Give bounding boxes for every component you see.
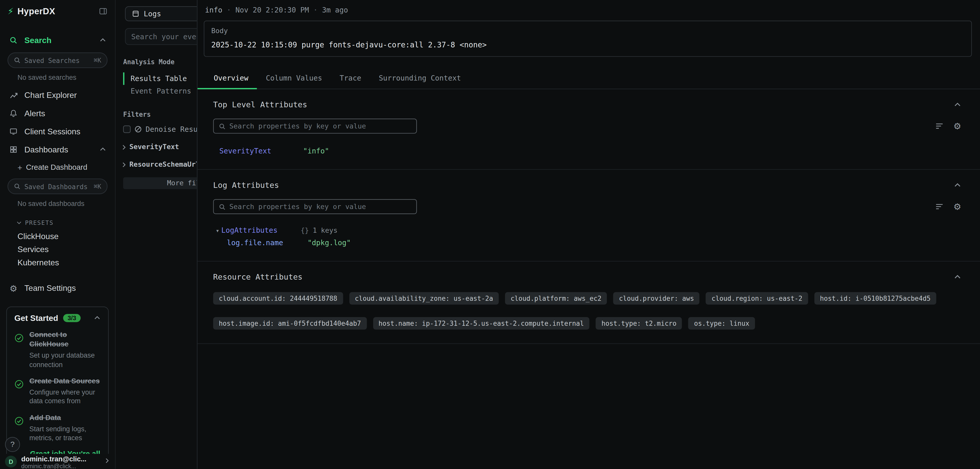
help-button[interactable]: ? [5,437,20,452]
sidebar-item-chart-explorer[interactable]: Chart Explorer [0,86,115,104]
event-search-box[interactable] [125,28,197,45]
attribute-row: SeverityText "info" [213,147,961,155]
section-title: Top Level Attributes [213,100,307,109]
search-icon [14,57,21,64]
wrap-lines-icon[interactable] [935,122,944,130]
sidebar-item-dashboards[interactable]: Dashboards [0,141,115,158]
braces-icon: {} [301,227,309,235]
step-title: Create Data Sources [29,377,100,386]
sidebar-item-label: Chart Explorer [24,90,77,100]
event-search-input[interactable] [131,32,197,41]
body-card: Body 2025-10-22 10:15:09 purge fonts-dej… [204,21,972,57]
tab-column-values[interactable]: Column Values [257,68,331,89]
resource-badge[interactable]: cloud.availability_zone: us-east-2a [349,292,499,304]
body-label: Body [211,27,964,35]
saved-dashboards-input[interactable]: ⌘K [7,178,107,194]
resource-attribute-badges: cloud.account.id: 244449518788 cloud.ava… [213,292,961,330]
tab-trace[interactable]: Trace [331,68,370,89]
saved-dashboards-field[interactable] [24,182,90,190]
chevron-up-icon[interactable] [954,181,961,189]
resource-badge[interactable]: host.name: ip-172-31-12-5.us-east-2.comp… [373,317,590,330]
attribute-key[interactable]: SeverityText [220,147,303,155]
resource-badge[interactable]: host.image.id: ami-0f5fcdfbd140e4ab7 [213,317,366,330]
sidebar-item-team-settings[interactable]: ⚙ Team Settings [0,279,115,297]
drawer-tabs: Overview Column Values Trace Surrounding… [197,68,980,89]
step-description: Start sending logs, metrics, or traces [29,425,100,442]
step-description: Configure where your data comes from [29,388,100,406]
resource-badge[interactable]: cloud.account.id: 244449518788 [213,292,343,304]
wrap-lines-icon[interactable] [935,202,944,211]
gear-icon[interactable]: ⚙ [953,122,961,130]
resource-badge[interactable]: host.id: i-0510b81275acbe4d5 [815,292,936,304]
more-filters-button[interactable]: More filters [123,177,197,189]
chevron-up-icon[interactable] [99,146,106,153]
mode-event-patterns[interactable]: Event Patterns [123,85,197,97]
resource-badge[interactable]: cloud.provider: aws [613,292,700,304]
user-menu[interactable]: D dominic.tran@clic... dominic.tran@clic… [0,454,115,469]
user-email: dominic.tran@click... [21,463,86,469]
step-description: Set up your database connection [29,351,100,369]
resource-badge[interactable]: os.type: linux [688,317,755,330]
mode-results-table[interactable]: Results Table [123,72,197,85]
chevron-up-icon[interactable] [954,273,961,280]
attribute-value[interactable]: "info" [303,147,329,155]
property-search-input[interactable] [229,203,411,211]
saved-searches-field[interactable] [24,57,90,64]
caret-down-icon[interactable]: ▾ [216,227,220,234]
denoise-results-toggle[interactable]: Denoise Results [123,125,197,133]
property-search-box[interactable] [213,199,417,214]
chevron-right-icon [104,458,110,464]
attribute-root-key[interactable]: LogAttributes [221,226,301,235]
attribute-key[interactable]: log.file.name [227,239,307,247]
sidebar-item-clickhouse[interactable]: ClickHouse [0,230,115,242]
gear-icon[interactable]: ⚙ [953,202,961,211]
avatar: D [5,456,17,468]
log-detail-drawer: info · Nov 20 2:20:30 PM · 3m ago Body 2… [197,0,980,469]
analysis-mode-list: Results Table Event Patterns [116,72,197,97]
check-circle-icon [14,380,24,406]
meta-separator: · [227,6,231,14]
chevron-up-icon[interactable] [94,315,100,322]
create-dashboard-button[interactable]: + Create Dashboard [0,158,115,175]
monitor-icon [9,127,18,136]
sidebar-item-search[interactable]: Search [0,31,115,49]
filter-group-resourceschemaurl[interactable]: ResourceSchemaUrl [121,160,197,168]
property-search-box[interactable] [213,119,417,133]
denoise-label: Denoise Results [146,125,197,133]
section-resource-attributes: Resource Attributes cloud.account.id: 24… [197,261,980,344]
tab-overview[interactable]: Overview [197,68,257,89]
source-select-button[interactable]: Logs [125,6,197,21]
sidebar-item-alerts[interactable]: Alerts [0,104,115,122]
get-started-step[interactable]: Connect to ClickHouse Set up your databa… [14,330,100,369]
filter-group-severitytext[interactable]: SeverityText [121,143,197,151]
chevron-up-icon[interactable] [99,37,106,44]
denoise-checkbox[interactable] [123,125,130,133]
bell-icon [9,109,18,117]
attribute-value[interactable]: "dpkg.log" [307,239,351,247]
resource-badge[interactable]: host.type: t2.micro [596,317,682,330]
sidebar-item-kubernetes[interactable]: Kubernetes [0,256,115,269]
logo-row: ⚡ HyperDX [0,0,115,21]
chevron-up-icon[interactable] [954,101,961,108]
section-log-attributes: Log Attributes ⚙ [197,170,980,261]
attribute-row: log.file.name "dpkg.log" [213,239,961,247]
source-select-label: Logs [144,10,161,18]
property-search-input[interactable] [229,122,411,130]
sidebar-collapse-icon[interactable] [99,7,107,16]
section-title: Log Attributes [213,181,279,190]
get-started-step[interactable]: Create Data Sources Configure where your… [14,377,100,406]
saved-searches-input[interactable]: ⌘K [7,52,107,68]
sidebar-item-client-sessions[interactable]: Client Sessions [0,122,115,141]
sidebar-item-services[interactable]: Services [0,243,115,256]
severity-level: info [205,6,222,14]
resource-badge[interactable]: cloud.region: us-east-2 [706,292,808,304]
get-started-step[interactable]: Add Data Start sending logs, metrics, or… [14,413,100,442]
tab-surrounding-context[interactable]: Surrounding Context [370,68,470,89]
app-root: ⚡ HyperDX Search ⌘K [0,0,980,469]
circle-slash-icon [135,125,142,133]
resource-badge[interactable]: cloud.platform: aws_ec2 [505,292,607,304]
presets-toggle[interactable]: PRESETS [0,212,115,230]
chart-icon [9,91,18,100]
sidebar-item-label: Team Settings [24,284,76,293]
meta-separator: · [313,6,318,14]
